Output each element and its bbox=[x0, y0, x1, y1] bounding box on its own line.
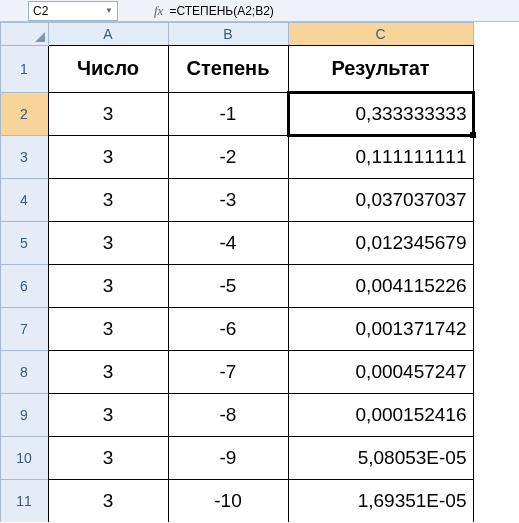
chevron-down-icon[interactable]: ▼ bbox=[105, 6, 113, 15]
cell-C6[interactable]: 0,004115226 bbox=[288, 264, 474, 308]
cell-B7[interactable]: -6 bbox=[168, 307, 289, 351]
formula-bar-row: C2 ▼ fx =СТЕПЕНЬ(A2;B2) bbox=[0, 0, 519, 22]
cell-C10[interactable]: 5,08053E-05 bbox=[288, 436, 474, 480]
header-cell-C[interactable]: Результат bbox=[288, 45, 474, 93]
header-cell-A[interactable]: Число bbox=[48, 45, 169, 93]
cell-C7[interactable]: 0,001371742 bbox=[288, 307, 474, 351]
row-header-5[interactable]: 5 bbox=[0, 221, 49, 265]
row-header-9[interactable]: 9 bbox=[0, 393, 49, 437]
row-header-11[interactable]: 11 bbox=[0, 479, 49, 523]
cell-A11[interactable]: 3 bbox=[48, 479, 169, 523]
row-header-10[interactable]: 10 bbox=[0, 436, 49, 480]
cell-B9[interactable]: -8 bbox=[168, 393, 289, 437]
cell-A2[interactable]: 3 bbox=[48, 92, 169, 136]
col-header-C[interactable]: C bbox=[288, 22, 474, 46]
row-header-2[interactable]: 2 bbox=[0, 92, 49, 136]
cell-B3[interactable]: -2 bbox=[168, 135, 289, 179]
cell-C9[interactable]: 0,000152416 bbox=[288, 393, 474, 437]
cell-B4[interactable]: -3 bbox=[168, 178, 289, 222]
row-header-4[interactable]: 4 bbox=[0, 178, 49, 222]
cell-C4[interactable]: 0,037037037 bbox=[288, 178, 474, 222]
cell-B5[interactable]: -4 bbox=[168, 221, 289, 265]
spreadsheet-grid[interactable]: ABC1ЧислоСтепеньРезультат23-10,333333333… bbox=[0, 22, 519, 522]
cell-B11[interactable]: -10 bbox=[168, 479, 289, 523]
cell-A9[interactable]: 3 bbox=[48, 393, 169, 437]
cell-A6[interactable]: 3 bbox=[48, 264, 169, 308]
cell-C8[interactable]: 0,000457247 bbox=[288, 350, 474, 394]
col-header-A[interactable]: A bbox=[48, 22, 169, 46]
fx-icon[interactable]: fx bbox=[154, 3, 163, 19]
cell-C3[interactable]: 0,111111111 bbox=[288, 135, 474, 179]
header-cell-B[interactable]: Степень bbox=[168, 45, 289, 93]
cell-C2[interactable]: 0,333333333 bbox=[288, 92, 474, 136]
row-header-7[interactable]: 7 bbox=[0, 307, 49, 351]
cell-A7[interactable]: 3 bbox=[48, 307, 169, 351]
cell-A8[interactable]: 3 bbox=[48, 350, 169, 394]
formula-bar-input[interactable]: =СТЕПЕНЬ(A2;B2) bbox=[169, 4, 273, 18]
col-header-B[interactable]: B bbox=[168, 22, 289, 46]
cell-B10[interactable]: -9 bbox=[168, 436, 289, 480]
row-header-6[interactable]: 6 bbox=[0, 264, 49, 308]
row-header-8[interactable]: 8 bbox=[0, 350, 49, 394]
cell-B8[interactable]: -7 bbox=[168, 350, 289, 394]
cell-A10[interactable]: 3 bbox=[48, 436, 169, 480]
name-box-value: C2 bbox=[33, 4, 48, 18]
cell-B6[interactable]: -5 bbox=[168, 264, 289, 308]
cell-C11[interactable]: 1,69351E-05 bbox=[288, 479, 474, 523]
cell-A5[interactable]: 3 bbox=[48, 221, 169, 265]
cell-A4[interactable]: 3 bbox=[48, 178, 169, 222]
row-header-1[interactable]: 1 bbox=[0, 45, 49, 93]
select-all-corner[interactable] bbox=[0, 22, 49, 46]
cell-B2[interactable]: -1 bbox=[168, 92, 289, 136]
cell-A3[interactable]: 3 bbox=[48, 135, 169, 179]
name-box[interactable]: C2 ▼ bbox=[28, 1, 118, 21]
row-header-3[interactable]: 3 bbox=[0, 135, 49, 179]
cell-C5[interactable]: 0,012345679 bbox=[288, 221, 474, 265]
